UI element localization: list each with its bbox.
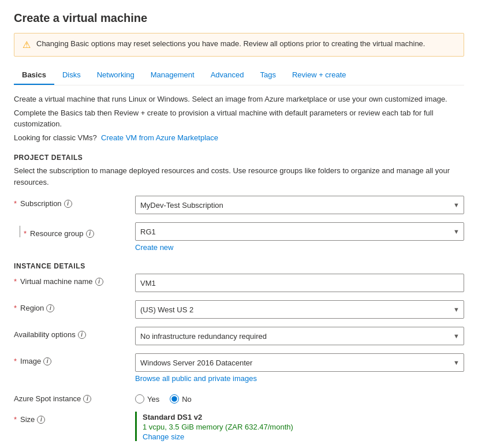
tab-tags[interactable]: Tags [252, 66, 283, 85]
resource-group-control: RG1 ▼ Create new [135, 222, 464, 252]
size-label: * Size i [14, 412, 135, 424]
region-info-icon[interactable]: i [46, 304, 54, 312]
resource-group-required-marker: * [24, 229, 27, 238]
size-row: * Size i Standard DS1 v2 1 vcpu, 3.5 GiB… [14, 412, 464, 441]
instance-details-section-title: INSTANCE DETAILS [14, 262, 464, 270]
size-display: Standard DS1 v2 1 vcpu, 3.5 GiB memory (… [135, 412, 464, 441]
spot-instance-label: Azure Spot instance i [14, 391, 135, 403]
vm-name-control [135, 274, 464, 292]
availability-select[interactable]: No infrastructure redundancy requiredAva… [135, 327, 464, 345]
size-info-icon[interactable]: i [37, 416, 45, 424]
resource-group-select-wrapper: RG1 ▼ [135, 222, 464, 241]
subscription-control: MyDev-Test Subscription ▼ [135, 196, 464, 214]
subscription-label: * Subscription i [14, 196, 135, 208]
size-control: Standard DS1 v2 1 vcpu, 3.5 GiB memory (… [135, 412, 464, 441]
alert-message: Changing Basic options may reset selecti… [36, 39, 425, 48]
spot-radio-group: Yes No [135, 391, 464, 404]
classic-vms-text: Looking for classic VMs? Create VM from … [14, 132, 464, 144]
region-select-wrapper: (US) West US 2(US) East US(US) Central U… [135, 300, 464, 319]
resource-group-row: * Resource group i RG1 ▼ Create new [14, 222, 464, 252]
availability-control: No infrastructure redundancy requiredAva… [135, 327, 464, 345]
region-control: (US) West US 2(US) East US(US) Central U… [135, 300, 464, 319]
vm-name-label: * Virtual machine name i [14, 274, 135, 286]
subscription-select-wrapper: MyDev-Test Subscription ▼ [135, 196, 464, 214]
vm-name-required-marker: * [14, 277, 17, 286]
image-select-wrapper: Windows Server 2016 DatacenterUbuntu Ser… [135, 353, 464, 372]
indent-line [20, 226, 20, 237]
image-control: Windows Server 2016 DatacenterUbuntu Ser… [135, 353, 464, 383]
spot-instance-row: Azure Spot instance i Yes No [14, 391, 464, 404]
warning-icon: ⚠ [23, 39, 31, 50]
classic-vms-link[interactable]: Create VM from Azure Marketplace [101, 133, 218, 142]
tab-review-create[interactable]: Review + create [284, 66, 354, 85]
size-specs: 1 vcpu, 3.5 GiB memory (ZAR 632.47/month… [143, 423, 464, 431]
subscription-info-icon[interactable]: i [64, 200, 72, 208]
size-name: Standard DS1 v2 [143, 413, 464, 421]
image-required-marker: * [14, 357, 17, 365]
tab-bar: Basics Disks Networking Management Advan… [14, 66, 464, 85]
description-line2: Complete the Basics tab then Review + cr… [14, 107, 464, 130]
availability-label: Availability options i [14, 327, 135, 339]
image-row: * Image i Windows Server 2016 Datacenter… [14, 353, 464, 383]
resource-group-select[interactable]: RG1 [135, 222, 464, 241]
tab-advanced[interactable]: Advanced [203, 66, 252, 85]
vm-name-info-icon[interactable]: i [95, 278, 103, 286]
availability-info-icon[interactable]: i [78, 331, 86, 339]
subscription-required-marker: * [14, 199, 17, 208]
image-info-icon[interactable]: i [43, 357, 51, 365]
spot-instance-control: Yes No [135, 391, 464, 404]
region-select[interactable]: (US) West US 2(US) East US(US) Central U… [135, 300, 464, 319]
create-new-rg-link[interactable]: Create new [135, 243, 464, 252]
project-details-section-title: PROJECT DETAILS [14, 154, 464, 162]
resource-group-indent: * Resource group i [14, 222, 135, 238]
tab-networking[interactable]: Networking [89, 66, 143, 85]
spot-no-label: No [182, 395, 192, 404]
region-label: * Region i [14, 300, 135, 312]
image-label: * Image i [14, 353, 135, 365]
spot-yes-option[interactable]: Yes [135, 394, 159, 404]
region-required-marker: * [14, 304, 17, 312]
tab-disks[interactable]: Disks [54, 66, 89, 85]
tab-basics[interactable]: Basics [14, 66, 54, 85]
project-details-desc: Select the subscription to manage deploy… [14, 165, 464, 188]
resource-group-info-icon[interactable]: i [86, 230, 94, 238]
spot-yes-label: Yes [147, 395, 159, 404]
subscription-select[interactable]: MyDev-Test Subscription [135, 196, 464, 214]
spot-instance-info-icon[interactable]: i [83, 395, 91, 403]
subscription-row: * Subscription i MyDev-Test Subscription… [14, 196, 464, 214]
spot-no-option[interactable]: No [170, 394, 192, 404]
change-size-link[interactable]: Change size [143, 432, 464, 441]
description-line1: Create a virtual machine that runs Linux… [14, 94, 464, 105]
availability-select-wrapper: No infrastructure redundancy requiredAva… [135, 327, 464, 345]
vm-name-row: * Virtual machine name i [14, 274, 464, 292]
tab-management[interactable]: Management [143, 66, 203, 85]
vm-name-input[interactable] [135, 274, 464, 292]
availability-row: Availability options i No infrastructure… [14, 327, 464, 345]
resource-group-label: * Resource group i [24, 226, 145, 238]
size-required-marker: * [14, 415, 17, 424]
region-row: * Region i (US) West US 2(US) East US(US… [14, 300, 464, 319]
image-select[interactable]: Windows Server 2016 DatacenterUbuntu Ser… [135, 353, 464, 372]
spot-no-radio[interactable] [170, 394, 179, 404]
browse-images-link[interactable]: Browse all public and private images [135, 374, 464, 383]
page-title: Create a virtual machine [14, 12, 464, 25]
spot-yes-radio[interactable] [135, 394, 144, 404]
alert-banner: ⚠ Changing Basic options may reset selec… [14, 33, 464, 57]
